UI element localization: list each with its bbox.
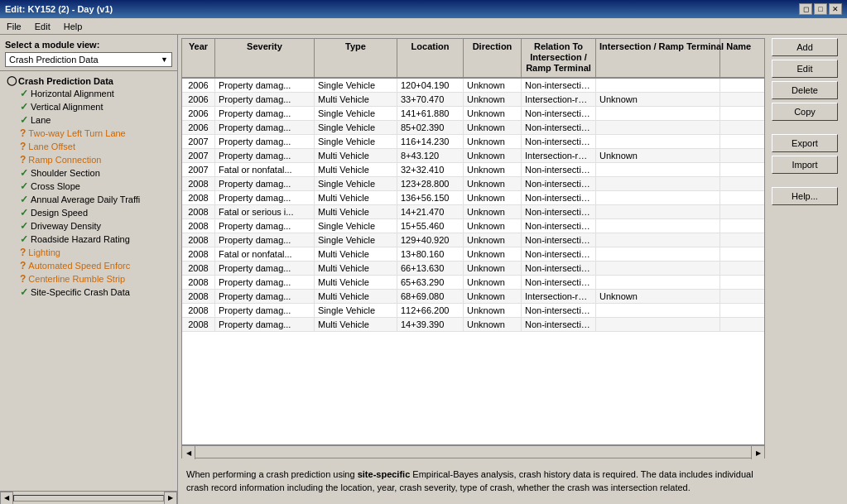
table-row[interactable]: 2007 Property damag... Multi Vehicle 8+4… <box>182 149 764 163</box>
cell-name <box>596 205 720 218</box>
col-header-intersection: Intersection / Ramp Terminal Name <box>596 39 720 77</box>
tree-item-aadt[interactable]: ✓ Annual Average Daily Traffi <box>5 193 176 206</box>
tree-item-label: Driveway Density <box>31 221 101 231</box>
tree-item-driveway-density[interactable]: ✓ Driveway Density <box>5 219 176 233</box>
table-row[interactable]: 2006 Property damag... Single Vehicle 85… <box>182 121 764 135</box>
table-row[interactable]: 2008 Property damag... Multi Vehicle 65+… <box>182 276 764 290</box>
cell-relation: Non-intersection... <box>522 107 596 120</box>
table-row[interactable]: 2008 Fatal or serious i... Multi Vehicle… <box>182 205 764 219</box>
table-row[interactable]: 2008 Property damag... Multi Vehicle 136… <box>182 191 764 205</box>
table-row[interactable]: 2008 Property damag... Single Vehicle 12… <box>182 233 764 247</box>
tree-item-roadside-hazard[interactable]: ✓ Roadside Hazard Rating <box>5 233 176 246</box>
tree-item-label: Vertical Alignment <box>31 102 103 112</box>
tree-item-vertical-alignment[interactable]: ✓ Vertical Alignment <box>5 100 176 113</box>
table-row[interactable]: 2007 Property damag... Single Vehicle 11… <box>182 135 764 149</box>
tree-item-label: Automated Speed Enforc <box>28 261 130 271</box>
table-row[interactable]: 2008 Property damag... Multi Vehicle 14+… <box>182 318 764 332</box>
delete-button[interactable]: Delete <box>772 81 838 99</box>
close-button[interactable]: ✕ <box>829 3 842 15</box>
cell-type: Multi Vehicle <box>315 247 397 261</box>
data-table: Year Severity Type Location Direction Re… <box>181 38 765 445</box>
tree-item-automated-speed[interactable]: ? Automated Speed Enforc <box>5 259 176 272</box>
cell-name: Unknown <box>596 290 720 303</box>
table-row[interactable]: 2006 Property damag... Single Vehicle 12… <box>182 79 764 93</box>
cell-direction: Unknown <box>464 149 522 162</box>
table-row[interactable]: 2008 Property damag... Multi Vehicle 66+… <box>182 262 764 276</box>
check-icon: ✓ <box>20 220 28 232</box>
help-button[interactable]: Help... <box>772 187 838 205</box>
tree-item-two-way[interactable]: ? Two-way Left Turn Lane <box>5 127 176 140</box>
hscroll-track[interactable] <box>195 446 751 458</box>
tree-item-lane[interactable]: ✓ Lane <box>5 113 176 127</box>
cell-year: 2008 <box>182 233 215 247</box>
table-scroll[interactable]: 2006 Property damag... Single Vehicle 12… <box>182 79 764 445</box>
cell-relation: Non-intersection... <box>522 262 596 275</box>
table-row[interactable]: 2006 Property damag... Single Vehicle 14… <box>182 107 764 121</box>
tree-section-crash-prediction[interactable]: ◯ Crash Prediction Data <box>5 74 176 87</box>
tree-item-shoulder-section[interactable]: ✓ Shoulder Section <box>5 166 176 180</box>
tree-item-label: Two-way Left Turn Lane <box>28 128 125 138</box>
copy-button[interactable]: Copy <box>772 103 838 121</box>
cell-type: Single Vehicle <box>315 177 397 190</box>
tree-item-label: Lane Offset <box>28 142 75 151</box>
cell-type: Multi Vehicle <box>315 163 397 176</box>
tree-item-ramp-connection[interactable]: ? Ramp Connection <box>5 153 176 166</box>
table-row[interactable]: 2008 Property damag... Multi Vehicle 68+… <box>182 290 764 304</box>
cell-location: 112+66.200 <box>397 304 464 317</box>
hscroll-left-button[interactable]: ◀ <box>182 446 195 459</box>
table-row[interactable]: 2008 Fatal or nonfatal... Multi Vehicle … <box>182 247 764 262</box>
cell-type: Multi Vehicle <box>315 276 397 289</box>
tree-item-site-specific[interactable]: ✓ Site-Specific Crash Data <box>5 286 176 299</box>
maximize-button[interactable]: □ <box>814 3 827 15</box>
cell-year: 2008 <box>182 304 215 317</box>
cell-year: 2008 <box>182 290 215 303</box>
cell-severity: Fatal or nonfatal... <box>215 163 315 176</box>
menu-edit[interactable]: Edit <box>31 21 54 32</box>
cell-name <box>596 107 720 120</box>
tree-item-lane-offset[interactable]: ? Lane Offset <box>5 140 176 153</box>
tree-item-design-speed[interactable]: ✓ Design Speed <box>5 206 176 219</box>
tree-item-centerline-rumble[interactable]: ? Centerline Rumble Strip <box>5 272 176 286</box>
table-row[interactable]: 2008 Property damag... Single Vehicle 15… <box>182 219 764 233</box>
cell-type: Multi Vehicle <box>315 290 397 303</box>
window-controls: ◻ □ ✕ <box>799 3 842 15</box>
cell-direction: Unknown <box>464 290 522 303</box>
action-panel: Add Edit Delete Copy Export Import Help.… <box>768 35 847 504</box>
cell-name <box>596 177 720 190</box>
module-dropdown-value: Crash Prediction Data <box>9 55 99 65</box>
left-panel-scrollbar[interactable]: ◀ ▶ <box>0 491 177 504</box>
module-dropdown[interactable]: Crash Prediction Data ▼ <box>5 52 172 67</box>
restore-button[interactable]: ◻ <box>799 3 812 15</box>
menu-help[interactable]: Help <box>60 21 86 32</box>
table-row[interactable]: 2007 Fatal or nonfatal... Multi Vehicle … <box>182 163 764 177</box>
tree-item-cross-slope[interactable]: ✓ Cross Slope <box>5 180 176 193</box>
cell-name: Unknown <box>596 93 720 106</box>
scroll-left-button[interactable]: ◀ <box>0 492 13 505</box>
col-header-type: Type <box>315 39 397 77</box>
table-row[interactable]: 2008 Property damag... Single Vehicle 12… <box>182 177 764 191</box>
cell-location: 32+32.410 <box>397 163 464 176</box>
add-button[interactable]: Add <box>772 38 838 56</box>
hscroll-right-button[interactable]: ▶ <box>751 446 764 459</box>
cell-relation: Non-intersection... <box>522 79 596 92</box>
check-icon: ✓ <box>20 167 28 179</box>
table-row[interactable]: 2006 Property damag... Multi Vehicle 33+… <box>182 93 764 107</box>
check-icon: ✓ <box>20 233 28 245</box>
export-button[interactable]: Export <box>772 134 838 152</box>
table-row[interactable]: 2008 Property damag... Single Vehicle 11… <box>182 304 764 318</box>
cell-type: Multi Vehicle <box>315 191 397 204</box>
edit-button[interactable]: Edit <box>772 60 838 78</box>
scroll-right-button[interactable]: ▶ <box>164 492 177 505</box>
menu-file[interactable]: File <box>3 21 25 32</box>
question-icon: ? <box>20 141 26 152</box>
cell-name <box>596 191 720 204</box>
cell-direction: Unknown <box>464 107 522 120</box>
cell-year: 2006 <box>182 121 215 134</box>
tree-item-horizontal-alignment[interactable]: ✓ Horizontal Alignment <box>5 87 176 100</box>
tree-item-lighting[interactable]: ? Lighting <box>5 246 176 259</box>
cell-relation: Non-intersection... <box>522 276 596 289</box>
cell-type: Multi Vehicle <box>315 262 397 275</box>
cell-name <box>596 163 720 176</box>
import-button[interactable]: Import <box>772 156 838 174</box>
cell-name <box>596 262 720 275</box>
